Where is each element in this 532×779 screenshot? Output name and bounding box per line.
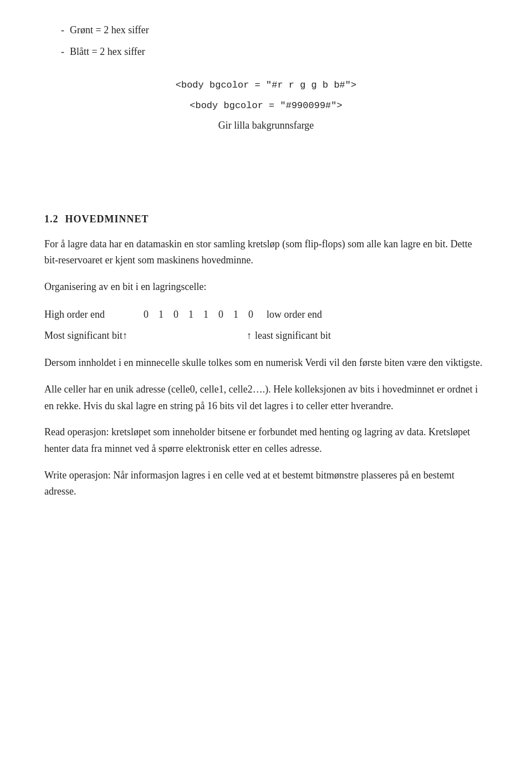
bit-6: 1 bbox=[233, 307, 238, 323]
section-title: HOVEDMINNET bbox=[65, 213, 149, 225]
section-hoofdminnet: 1.2HOVEDMINNET For å lagre data har en d… bbox=[44, 211, 488, 500]
bit-layout: High order end 0 1 0 1 1 0 1 0 low order… bbox=[44, 307, 488, 344]
significant-row: Most significant bit↑ ↑ least significan… bbox=[44, 328, 488, 344]
paragraph-3: Read operasjon: kretsløpet som inneholde… bbox=[44, 424, 488, 457]
bit-2: 0 bbox=[173, 307, 178, 323]
paragraph-1: Dersom innholdet i en minnecelle skulle … bbox=[44, 355, 488, 371]
bit-1: 1 bbox=[158, 307, 163, 323]
code-block: <body bgcolor = "#r r g g b b#"> <body b… bbox=[44, 77, 488, 134]
intro-paragraph: For å lagre data har en datamaskin en st… bbox=[44, 236, 488, 269]
bit-row: High order end 0 1 0 1 1 0 1 0 low order… bbox=[44, 307, 488, 323]
paragraph-4: Write operasjon: Når informasjon lagres … bbox=[44, 467, 488, 500]
bullet-label: Blått = 2 hex siffer bbox=[70, 44, 145, 60]
code-line-1: <body bgcolor = "#r r g g b b#"> bbox=[44, 77, 488, 93]
low-order-label: low order end bbox=[267, 307, 322, 323]
lsb-arrow: ↑ bbox=[247, 328, 252, 344]
code-text-1: <body bgcolor = "#r r g g b b#"> bbox=[176, 80, 356, 90]
org-label: Organisering av en bit i en lagringscell… bbox=[44, 279, 488, 296]
bit-4: 1 bbox=[203, 307, 208, 323]
paragraph-2: Alle celler har en unik adresse (celle0,… bbox=[44, 381, 488, 414]
lsb-text: least significant bit bbox=[255, 328, 331, 344]
msb-label: Most significant bit↑ bbox=[44, 328, 169, 344]
section-heading: 1.2HOVEDMINNET bbox=[44, 211, 488, 227]
section-number: 1.2 bbox=[44, 213, 59, 225]
code-line-2: <body bgcolor = "#990099#"> bbox=[44, 97, 488, 113]
bit-3: 1 bbox=[188, 307, 193, 323]
gir-label: Gir lilla bakgrunnsfarge bbox=[44, 118, 488, 134]
list-item: - Grønt = 2 hex siffer bbox=[61, 22, 488, 38]
code-text-2: <body bgcolor = "#990099#"> bbox=[190, 100, 342, 111]
bullet-dash: - bbox=[61, 44, 64, 60]
bit-sequence: 0 1 0 1 1 0 1 0 bbox=[144, 307, 253, 323]
list-item: - Blått = 2 hex siffer bbox=[61, 44, 488, 60]
bullet-label: Grønt = 2 hex siffer bbox=[70, 22, 149, 38]
high-order-label: High order end bbox=[44, 307, 130, 323]
lsb-label: ↑ least significant bit bbox=[247, 328, 331, 344]
spacer bbox=[44, 167, 488, 211]
bit-0: 0 bbox=[144, 307, 149, 323]
bullet-dash: - bbox=[61, 22, 64, 38]
bit-7: 0 bbox=[248, 307, 253, 323]
bullet-list: - Grønt = 2 hex siffer - Blått = 2 hex s… bbox=[61, 22, 488, 60]
bit-5: 0 bbox=[218, 307, 223, 323]
